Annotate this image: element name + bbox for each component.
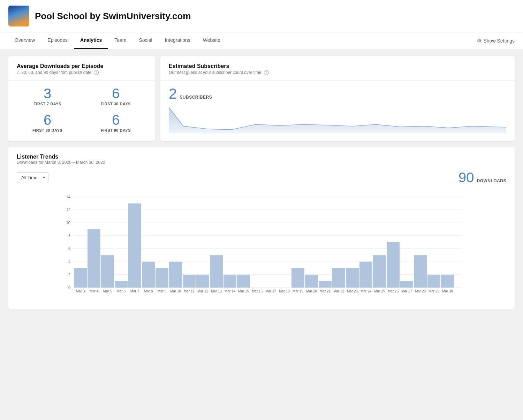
stat-7days-value: 3 [17, 86, 78, 100]
subscribers-card: Estimated Subscribers Our best guess at … [160, 56, 515, 141]
bar-Mar-13 [210, 255, 223, 288]
bar-Mar-21 [319, 281, 332, 288]
svg-text:0: 0 [68, 285, 70, 290]
svg-text:8: 8 [68, 234, 70, 238]
x-label-Mar-17: Mar 17 [265, 289, 276, 293]
total-downloads-number: 90 [458, 170, 474, 184]
stat-60days-value: 6 [17, 113, 78, 127]
podcast-thumbnail [8, 6, 29, 26]
x-label-Mar-15: Mar 15 [238, 289, 249, 293]
stat-90days: 6 FIRST 90 DAYS [85, 113, 146, 132]
subscribers-label: SUBSCRIBERS [180, 95, 212, 100]
x-label-Mar-23: Mar 23 [347, 289, 358, 293]
x-label-Mar-18: Mar 18 [279, 289, 290, 293]
show-settings-button[interactable]: ⚙ Show Settings [477, 32, 515, 49]
trends-controls: All Time 90 DOWNLOADS [17, 170, 506, 184]
x-label-Mar-10: Mar 10 [170, 289, 181, 293]
x-label-Mar-5: Mar 5 [103, 289, 112, 293]
x-label-Mar-19: Mar 19 [293, 289, 304, 293]
bar-Mar-11 [183, 275, 196, 288]
tab-integrations[interactable]: Integrations [159, 32, 197, 49]
x-label-Mar-13: Mar 13 [211, 289, 222, 293]
x-label-Mar-20: Mar 20 [306, 289, 317, 293]
svg-text:4: 4 [68, 260, 70, 264]
svg-text:2: 2 [68, 273, 70, 277]
stat-30days-label: FIRST 30 DAYS [85, 102, 146, 106]
bar-Mar-29 [427, 275, 440, 288]
top-cards-row: Average Downloads per Episode 7, 30, 60,… [8, 56, 515, 141]
page-wrapper: Pool School by SwimUniversity.com Overvi… [0, 0, 523, 420]
subscribers-card-subtitle: Our best guess at your subscriber count … [169, 70, 506, 75]
bar-Mar-6 [115, 281, 128, 288]
subscribers-number: 2 [169, 86, 177, 101]
time-range-dropdown-wrapper[interactable]: All Time [17, 172, 48, 183]
bar-Mar-23 [346, 268, 359, 288]
x-label-Mar-8: Mar 8 [144, 289, 153, 293]
stat-90days-value: 6 [85, 113, 146, 127]
content-area: Average Downloads per Episode 7, 30, 60,… [0, 49, 523, 316]
trends-title: Listener Trends [17, 154, 506, 160]
svg-text:14: 14 [66, 195, 70, 199]
stat-30days: 6 FIRST 30 DAYS [85, 86, 146, 106]
bar-Mar-4 [88, 229, 100, 288]
x-label-Mar-29: Mar 29 [429, 289, 440, 293]
subscribers-divider [160, 81, 515, 81]
tab-website[interactable]: Website [197, 32, 227, 49]
tab-episodes[interactable]: Episodes [41, 32, 74, 49]
trends-card: Listener Trends Downloads for March 3, 2… [8, 147, 515, 310]
downloads-total: 90 DOWNLOADS [458, 170, 506, 184]
downloads-card: Average Downloads per Episode 7, 30, 60,… [8, 56, 155, 141]
downloads-card-subtitle: 7, 30, 60, and 90 days from publish date… [17, 70, 146, 75]
tab-analytics[interactable]: Analytics [74, 32, 108, 49]
trends-header: Listener Trends Downloads for March 3, 2… [17, 154, 506, 165]
x-label-Mar-30: Mar 30 [442, 289, 453, 293]
bar-Mar-8 [142, 262, 155, 288]
stat-90days-label: FIRST 90 DAYS [85, 128, 146, 132]
svg-text:6: 6 [68, 246, 70, 251]
bar-Mar-12 [196, 275, 209, 288]
tab-social[interactable]: Social [132, 32, 158, 49]
bar-Mar-7 [128, 204, 141, 288]
stat-7days-label: FIRST 7 DAYS [17, 102, 78, 106]
bar-Mar-22 [332, 268, 345, 288]
svg-text:12: 12 [66, 208, 70, 212]
nav-tabs: Overview Episodes Analytics Team Social … [8, 32, 227, 49]
trends-subtitle: Downloads for March 3, 2020 – March 30, … [17, 160, 506, 165]
bar-Mar-14 [223, 275, 236, 288]
bar-Mar-28 [414, 255, 427, 288]
subscribers-count: 2 SUBSCRIBERS [169, 86, 506, 101]
bar-Mar-26 [387, 242, 400, 288]
downloads-divider [8, 81, 155, 81]
x-label-Mar-3: Mar 3 [76, 289, 85, 293]
bar-chart-wrapper: 0 2 4 6 8 10 12 14 Mar 3Mar 4Mar 5Mar 6M… [17, 190, 506, 303]
bar-Mar-19 [291, 268, 304, 288]
tab-team[interactable]: Team [108, 32, 132, 49]
downloads-card-title: Average Downloads per Episode [17, 63, 146, 69]
stat-30days-value: 6 [85, 86, 146, 100]
header: Pool School by SwimUniversity.com [0, 0, 523, 32]
x-label-Mar-12: Mar 12 [197, 289, 209, 293]
x-label-Mar-21: Mar 21 [320, 289, 331, 293]
svg-text:10: 10 [66, 221, 70, 225]
bar-Mar-5 [101, 255, 114, 288]
bar-Mar-3 [74, 268, 87, 288]
downloads-info-icon[interactable]: ? [94, 70, 99, 75]
x-label-Mar-27: Mar 27 [401, 289, 412, 293]
time-range-dropdown[interactable]: All Time [17, 172, 48, 183]
bar-chart: 0 2 4 6 8 10 12 14 Mar 3Mar 4Mar 5Mar 6M… [17, 190, 506, 301]
subscribers-info-icon[interactable]: ? [264, 70, 269, 75]
show-settings-label: Show Settings [484, 38, 515, 44]
podcast-title: Pool School by SwimUniversity.com [35, 11, 191, 22]
bar-Mar-24 [359, 262, 372, 288]
tab-overview[interactable]: Overview [8, 32, 41, 49]
bar-Mar-9 [156, 268, 168, 288]
x-label-Mar-6: Mar 6 [117, 289, 126, 293]
stat-60days-label: FIRST 60 DAYS [17, 128, 78, 132]
bar-Mar-10 [169, 262, 182, 288]
x-label-Mar-28: Mar 28 [415, 289, 426, 293]
total-downloads-label: DOWNLOADS [477, 178, 507, 183]
stat-60days: 6 FIRST 60 DAYS [17, 113, 78, 132]
bar-Mar-30 [441, 275, 454, 288]
x-label-Mar-16: Mar 16 [252, 289, 263, 293]
gear-icon: ⚙ [477, 37, 482, 44]
